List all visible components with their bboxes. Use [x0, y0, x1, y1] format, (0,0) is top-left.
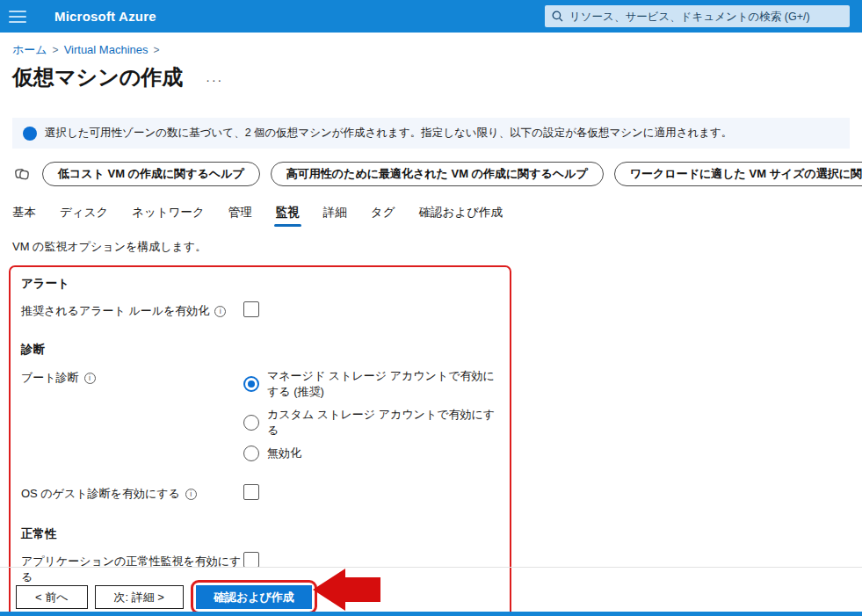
tab-management[interactable]: 管理 — [228, 205, 252, 227]
field-os-guest-diagnostics: OS のゲスト診断を有効にする — [21, 484, 499, 502]
field-boot-diagnostics: ブート診断 マネージド ストレージ アカウントで有効にする (推奨) カスタム … — [21, 368, 499, 461]
search-input[interactable] — [569, 11, 843, 23]
section-heading-health: 正常性 — [21, 526, 499, 542]
search-icon — [552, 11, 563, 22]
breadcrumb-virtual-machines-link[interactable]: Virtual Machines — [64, 43, 148, 56]
application-health-checkbox[interactable] — [243, 552, 259, 568]
section-heading-diagnostics: 診断 — [21, 342, 499, 358]
tab-monitoring[interactable]: 監視 — [276, 205, 300, 227]
review-and-create-button[interactable]: 確認および作成 — [196, 585, 312, 609]
tab-tags[interactable]: タグ — [371, 205, 395, 227]
hamburger-menu-icon[interactable] — [0, 0, 35, 33]
tab-networking[interactable]: ネットワーク — [132, 205, 205, 227]
radio-button[interactable] — [243, 415, 259, 431]
radio-disable[interactable]: 無効化 — [243, 446, 499, 461]
tab-basics[interactable]: 基本 — [12, 205, 36, 227]
breadcrumb-separator: > — [53, 44, 59, 56]
help-pill-low-cost-vm[interactable]: 低コスト VM の作成に関するヘルプ — [42, 162, 260, 186]
next-advanced-button[interactable]: 次: 詳細 > — [95, 585, 184, 609]
annotation-highlight-button: 確認および作成 — [191, 580, 317, 614]
info-icon — [23, 127, 37, 141]
bottom-edge-bar — [0, 612, 862, 616]
wizard-tabs: 基本 ディスク ネットワーク 管理 監視 詳細 タグ 確認および作成 — [12, 205, 850, 227]
os-guest-diagnostics-checkbox[interactable] — [243, 484, 259, 500]
tab-advanced[interactable]: 詳細 — [323, 205, 347, 227]
breadcrumb: ホーム>Virtual Machines> — [12, 42, 850, 58]
section-heading-alerts: アラート — [21, 276, 499, 292]
help-pills-row: 低コスト VM の作成に関するヘルプ 高可用性のために最適化された VM の作成… — [12, 162, 850, 186]
radio-button[interactable] — [243, 446, 259, 461]
page: Microsoft Azure ホーム>Virtual Machines> 仮想… — [0, 0, 862, 616]
help-pill-vm-size-selection[interactable]: ワークロードに適した VM サイズの選択に関するヘルプ — [614, 162, 862, 186]
field-recommended-alert-rules: 推奨されるアラート ルールを有効化 — [21, 301, 499, 319]
footer-divider — [0, 567, 862, 568]
copilot-icon — [12, 164, 32, 184]
radio-button-selected[interactable] — [243, 376, 259, 392]
tab-description: VM の監視オプションを構成します。 — [12, 239, 850, 255]
radio-custom-storage-account[interactable]: カスタム ストレージ アカウントで有効にする — [243, 407, 499, 438]
boot-diagnostics-label: ブート診断 — [21, 370, 79, 386]
more-options-icon[interactable]: ··· — [206, 73, 223, 91]
tab-disks[interactable]: ディスク — [60, 205, 108, 227]
info-icon[interactable] — [84, 373, 96, 384]
brand-title: Microsoft Azure — [54, 9, 156, 24]
tab-review-create[interactable]: 確認および作成 — [419, 205, 503, 227]
os-guest-diagnostics-label: OS のゲスト診断を有効にする — [21, 486, 180, 502]
annotation-highlight-box: アラート 推奨されるアラート ルールを有効化 診断 ブート診断 マネージド スト — [9, 265, 511, 616]
breadcrumb-home-link[interactable]: ホーム — [12, 43, 47, 56]
recommended-alert-rules-label: 推奨されるアラート ルールを有効化 — [21, 303, 209, 319]
top-bar: Microsoft Azure — [0, 0, 862, 33]
page-title: 仮想マシンの作成 — [12, 64, 183, 91]
global-search[interactable] — [545, 5, 850, 27]
breadcrumb-separator: > — [154, 44, 160, 56]
info-banner: 選択した可用性ゾーンの数に基づいて、2 個の仮想マシンが作成されます。指定しない… — [12, 118, 850, 149]
help-pill-high-availability-vm[interactable]: 高可用性のために最適化された VM の作成に関するヘルプ — [271, 162, 604, 186]
info-icon[interactable] — [185, 489, 197, 500]
info-banner-text: 選択した可用性ゾーンの数に基づいて、2 個の仮想マシンが作成されます。指定しない… — [45, 126, 732, 141]
info-icon[interactable] — [214, 306, 226, 317]
boot-diagnostics-radio-group: マネージド ストレージ アカウントで有効にする (推奨) カスタム ストレージ … — [243, 368, 499, 461]
wizard-footer: < 前へ 次: 詳細 > 確認および作成 — [16, 580, 317, 614]
radio-managed-storage-account[interactable]: マネージド ストレージ アカウントで有効にする (推奨) — [243, 368, 499, 400]
recommended-alert-rules-checkbox[interactable] — [243, 301, 259, 317]
previous-button[interactable]: < 前へ — [16, 585, 88, 609]
